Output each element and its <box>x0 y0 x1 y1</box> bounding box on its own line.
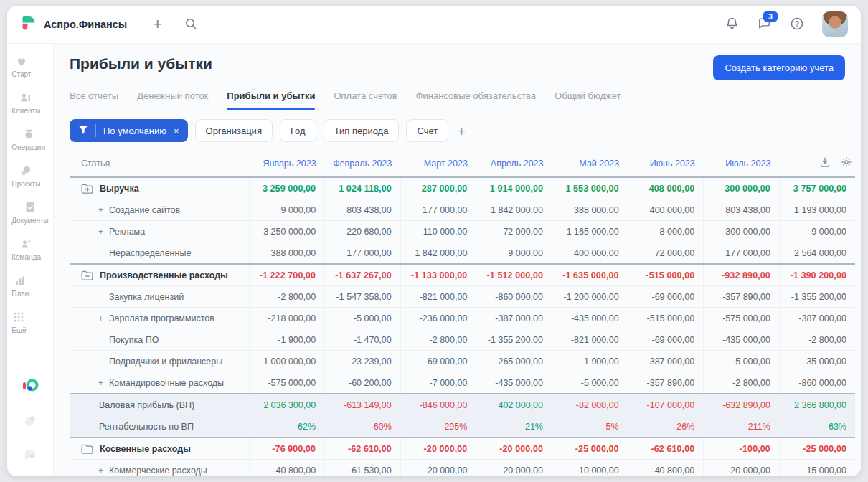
gear-icon <box>841 156 852 170</box>
folder-minus-icon[interactable] <box>81 270 93 280</box>
column-header-month[interactable]: Май 2023 <box>552 150 628 177</box>
filter-chip[interactable]: Год <box>280 119 316 142</box>
table-row[interactable]: Нераспределенные388 000,00177 000,001 84… <box>70 242 855 265</box>
notifications-button[interactable] <box>725 16 740 33</box>
bell-icon <box>725 16 740 33</box>
help-button[interactable]: ? <box>789 16 805 34</box>
expand-plus-icon[interactable]: + <box>98 205 109 215</box>
expand-plus-icon[interactable]: + <box>98 227 109 237</box>
value-cell: -60% <box>325 416 401 438</box>
tab-profit-loss[interactable]: Прибыли и убытки <box>227 89 315 110</box>
add-button[interactable]: + <box>153 16 162 32</box>
value-cell: -1 635 000,00 <box>552 264 628 286</box>
row-label: Зарплата программистов <box>109 313 214 323</box>
column-header-month[interactable]: Июнь 2023 <box>628 150 704 177</box>
tab-all-reports[interactable]: Все отчёты <box>70 89 118 110</box>
search-icon <box>184 16 198 33</box>
row-label: Создание сайтов <box>109 205 180 215</box>
filter-chip[interactable]: Тип периода <box>324 119 400 142</box>
sidebar-item-documents[interactable]: Документы <box>11 200 49 225</box>
value-cell: -7 000,00 <box>400 372 476 394</box>
table-row[interactable]: Косвенные расходы-76 900,00-62 610,00-20… <box>70 438 855 460</box>
value-cell: -1 390 200,00 <box>779 264 855 286</box>
tab-invoices[interactable]: Оплата счетов <box>334 89 397 110</box>
row-label: Косвенные расходы <box>100 444 191 454</box>
app-name: Аспро.Финансы <box>44 19 127 30</box>
report-tabs: Все отчётыДенежный потокПрибыли и убытки… <box>70 89 845 110</box>
value-cell: 400 000,00 <box>628 199 704 221</box>
search-button[interactable] <box>184 16 198 33</box>
gear-sticker-icon <box>22 413 38 431</box>
table-row[interactable]: +Командировочные расходы-575 000,00-60 2… <box>70 372 855 394</box>
value-cell: -20 000,00 <box>400 460 476 477</box>
value-cell: -613 149,00 <box>325 394 401 416</box>
column-header-month[interactable]: Июль 2023 <box>704 150 780 177</box>
table-header-row: Статья Январь 2023Февраль 2023Март 2023А… <box>70 150 855 177</box>
value-cell: -107 000,00 <box>628 394 704 416</box>
add-filter-button[interactable]: + <box>456 123 467 138</box>
value-cell: 300 000,00 <box>704 221 780 242</box>
value-cell: 287 000,00 <box>400 177 476 199</box>
value-cell: -25 000,00 <box>552 438 628 460</box>
app-logo[interactable]: Аспро.Финансы <box>20 14 127 34</box>
people-icon <box>19 237 34 251</box>
value-cell: -821 000,00 <box>400 286 476 308</box>
sidebar-item-clients[interactable]: Клиенты <box>11 90 40 115</box>
expand-plus-icon[interactable]: + <box>98 378 109 388</box>
filter-chip[interactable]: Организация <box>195 119 273 142</box>
table-row[interactable]: Подрядчики и фрилансеры-1 000 000,00-23 … <box>70 351 855 372</box>
sidebar-item-operations[interactable]: Операции <box>11 127 45 151</box>
folder-icon[interactable] <box>81 444 93 454</box>
close-icon[interactable]: × <box>174 126 179 136</box>
value-cell: 8 000,00 <box>628 221 704 242</box>
filter-chip[interactable]: Счет <box>406 119 448 142</box>
tab-budget[interactable]: Общий бюджет <box>555 89 621 110</box>
table-row[interactable]: +Зарплата программистов-218 000,00-5 000… <box>70 308 855 329</box>
value-cell: 177 000,00 <box>325 242 401 265</box>
table-row[interactable]: Выручка3 259 000,001 024 118,00287 000,0… <box>70 177 855 199</box>
chat-sticker-button[interactable] <box>22 447 38 465</box>
value-cell: -2 800,00 <box>704 372 780 394</box>
sidebar-item-plan[interactable]: План <box>11 273 29 298</box>
value-cell: -100,00 <box>704 438 780 460</box>
expand-plus-icon[interactable]: + <box>98 466 109 476</box>
table-row[interactable]: Покупка ПО-1 900,00-1 470,00-2 800,00-1 … <box>70 329 855 351</box>
column-header-month[interactable]: Февраль 2023 <box>325 150 401 177</box>
product-logo-button[interactable] <box>21 377 39 397</box>
messages-button[interactable]: 3 <box>757 16 772 33</box>
tab-cash-flow[interactable]: Денежный поток <box>137 89 208 110</box>
value-cell: -860 000,00 <box>476 286 552 308</box>
sidebar-item-more[interactable]: Ещё <box>11 310 26 334</box>
tab-liabilities[interactable]: Финансовые обязательства <box>416 89 536 110</box>
doc-check-icon <box>23 200 37 214</box>
avatar[interactable] <box>822 11 848 37</box>
sidebar-item-team[interactable]: Команда <box>11 237 41 261</box>
folder-plus-icon[interactable] <box>81 184 93 194</box>
table-row[interactable]: Рентабельность по ВП62%-60%-295%21%-5%-2… <box>70 416 855 438</box>
value-cell: 1 842 000,00 <box>400 242 476 265</box>
value-cell: 2 564 000,00 <box>779 242 855 265</box>
table-settings-button[interactable] <box>841 156 852 170</box>
value-cell: -218 000,00 <box>249 308 325 329</box>
table-row[interactable]: Производственные расходы-1 222 700,00-1 … <box>70 264 855 286</box>
column-header-article[interactable]: Статья <box>70 150 249 177</box>
active-filter-chip[interactable]: По умолчанию × <box>70 119 188 142</box>
download-button[interactable] <box>819 156 831 170</box>
expand-plus-icon[interactable]: + <box>98 313 109 323</box>
settings-sticker-button[interactable] <box>22 413 38 431</box>
value-cell: -357 890,00 <box>704 286 780 308</box>
sidebar-item-projects[interactable]: Проекты <box>11 164 40 188</box>
table-row[interactable]: +Реклама3 250 000,00220 680,00110 000,00… <box>70 221 855 242</box>
product-logo-icon <box>21 377 39 397</box>
value-cell: -76 900,00 <box>249 438 325 460</box>
table-row[interactable]: +Коммерческие расходы-40 800,00-61 530,0… <box>70 460 855 477</box>
column-header-month[interactable]: Март 2023 <box>400 150 476 177</box>
table-row[interactable]: +Создание сайтов9 000,00803 438,00177 00… <box>70 199 855 221</box>
sidebar-item-start[interactable]: Старт <box>11 54 31 78</box>
table-row[interactable]: Закупка лицензий-2 800,00-1 547 358,00-8… <box>70 286 855 308</box>
create-category-button[interactable]: Создать категорию учета <box>713 55 845 80</box>
table-row[interactable]: Валовая прибыль (ВП)2 036 300,00-613 149… <box>70 394 855 416</box>
column-header-month[interactable]: Январь 2023 <box>249 150 325 177</box>
value-cell: -236 000,00 <box>400 308 476 329</box>
column-header-month[interactable]: Апрель 2023 <box>476 150 552 177</box>
